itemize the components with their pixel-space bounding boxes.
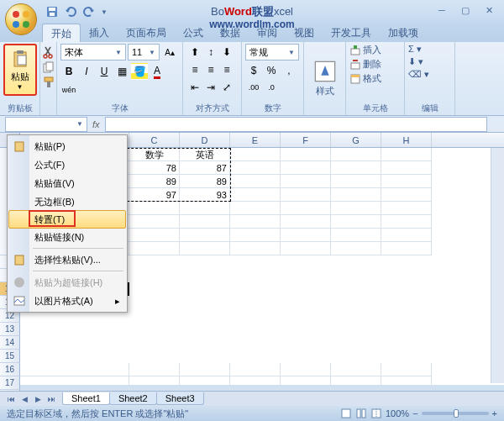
font-size-combo[interactable]: 11▼ [128, 44, 160, 61]
font-color-button[interactable]: A [149, 63, 165, 80]
format-cells-button[interactable]: 格式 [349, 72, 401, 85]
minimize-button[interactable]: ─ [433, 3, 450, 17]
align-left-icon[interactable]: ≡ [186, 61, 203, 78]
group-cells: 插入 删除 格式 单元格 [346, 42, 405, 115]
svg-rect-27 [357, 409, 360, 418]
col-header[interactable]: E [230, 133, 281, 147]
row-header[interactable]: 13 [0, 323, 20, 336]
tab-home[interactable]: 开始 [42, 24, 81, 42]
delete-cells-button[interactable]: 删除 [349, 58, 401, 71]
zoom-slider[interactable] [422, 412, 489, 415]
office-button[interactable] [5, 3, 37, 35]
sheet-tab[interactable]: Sheet1 [62, 392, 110, 405]
increase-font-icon[interactable]: A▴ [161, 44, 178, 61]
normal-view-icon[interactable] [340, 408, 352, 419]
paste-button[interactable]: 粘贴 ▼ [3, 44, 37, 96]
row-header[interactable]: 14 [0, 336, 20, 350]
percent-icon[interactable]: % [263, 62, 280, 79]
last-sheet-icon[interactable]: ⏭ [45, 393, 57, 405]
next-sheet-icon[interactable]: ▶ [32, 393, 44, 405]
name-box[interactable]: ▼ [5, 117, 87, 132]
italic-button[interactable]: I [78, 63, 95, 80]
prev-sheet-icon[interactable]: ◀ [18, 393, 30, 405]
menu-paste-special[interactable]: 选择性粘贴(V)... [9, 250, 125, 269]
sheet-tab[interactable]: Sheet2 [109, 392, 157, 405]
svg-rect-13 [46, 62, 53, 71]
align-center-icon[interactable]: ≡ [202, 61, 219, 78]
decrease-decimal-icon[interactable]: .0 [263, 79, 280, 96]
autosum-button[interactable]: Σ ▾ [408, 44, 451, 55]
align-right-icon[interactable]: ≡ [218, 61, 235, 78]
col-header[interactable]: D [180, 133, 230, 147]
align-top-icon[interactable]: ⬆ [186, 44, 203, 61]
zoom-level[interactable]: 100% [386, 408, 409, 418]
hyperlink-icon [13, 276, 26, 289]
sheet-tab[interactable]: Sheet3 [156, 392, 204, 405]
col-header[interactable]: F [281, 133, 331, 147]
number-format-combo[interactable]: 常规▼ [245, 44, 299, 61]
row-header[interactable]: 16 [0, 363, 20, 376]
svg-point-24 [14, 277, 24, 287]
zoom-in-button[interactable]: + [492, 408, 497, 418]
fx-icon[interactable]: fx [92, 119, 100, 129]
page-layout-view-icon[interactable] [355, 408, 367, 419]
redo-icon[interactable] [82, 5, 96, 18]
col-header[interactable]: H [381, 133, 432, 147]
menu-paste-link[interactable]: 粘贴链接(N) [9, 228, 125, 246]
cut-icon[interactable] [42, 45, 55, 59]
qat-dropdown-icon[interactable]: ▼ [101, 8, 108, 16]
svg-point-1 [23, 11, 29, 18]
tab-layout[interactable]: 页面布局 [118, 24, 175, 42]
maximize-button[interactable]: ▢ [457, 3, 474, 17]
align-middle-icon[interactable]: ↕ [202, 44, 219, 61]
copy-icon[interactable] [42, 61, 55, 74]
align-bottom-icon[interactable]: ⬇ [218, 44, 235, 61]
font-name-combo[interactable]: 宋体▼ [60, 44, 126, 61]
tab-developer[interactable]: 开发工具 [323, 24, 380, 42]
menu-formulas[interactable]: 公式(F) [9, 155, 125, 174]
tab-insert[interactable]: 插入 [81, 24, 118, 42]
group-editing: Σ ▾ ⬇ ▾ ⌫ ▾ 编辑 [405, 42, 455, 115]
row-header[interactable]: 15 [0, 350, 20, 363]
col-header[interactable]: C [129, 133, 180, 147]
align-group-label: 对齐方式 [183, 103, 241, 114]
cell: 英语 [180, 148, 230, 161]
menu-paste-values[interactable]: 粘贴值(V) [9, 174, 125, 192]
insert-cells-button[interactable]: 插入 [349, 44, 401, 56]
bold-button[interactable]: B [60, 63, 77, 80]
fill-button[interactable]: ⬇ ▾ [408, 56, 451, 67]
styles-icon[interactable] [313, 60, 337, 83]
formula-bar[interactable] [105, 117, 487, 132]
currency-icon[interactable]: $ [245, 62, 262, 79]
clear-button[interactable]: ⌫ ▾ [408, 69, 451, 80]
format-painter-icon[interactable] [42, 76, 55, 89]
first-sheet-icon[interactable]: ⏮ [5, 393, 17, 405]
menu-paste[interactable]: 粘贴(P) [9, 137, 125, 155]
svg-rect-28 [362, 409, 365, 418]
number-group-label: 数字 [242, 103, 303, 114]
undo-icon[interactable] [64, 5, 77, 18]
decrease-indent-icon[interactable]: ⇤ [186, 79, 203, 96]
save-icon[interactable] [45, 5, 59, 18]
vertical-scrollbar[interactable] [491, 148, 504, 383]
increase-indent-icon[interactable]: ⇥ [202, 79, 219, 96]
comma-icon[interactable]: , [281, 62, 297, 79]
tab-addins[interactable]: 加载项 [380, 24, 427, 42]
row-header[interactable]: 17 [0, 376, 20, 390]
menu-no-border[interactable]: 无边框(B) [9, 192, 125, 211]
tab-formulas[interactable]: 公式 [175, 24, 212, 42]
menu-transpose[interactable]: 转置(T) [8, 210, 126, 229]
underline-button[interactable]: U [96, 63, 113, 80]
border-button[interactable]: ▦ [113, 63, 130, 80]
menu-as-picture[interactable]: 以图片格式(A)▸ [9, 292, 125, 310]
phonetic-button[interactable]: wén [60, 82, 77, 98]
increase-decimal-icon[interactable]: .00 [245, 79, 262, 96]
col-header[interactable]: G [331, 133, 381, 147]
close-button[interactable]: ✕ [480, 3, 497, 17]
cell: 89 [129, 175, 180, 188]
svg-point-2 [13, 21, 19, 28]
page-break-view-icon[interactable] [370, 408, 382, 419]
orientation-icon[interactable]: ⤢ [218, 79, 235, 96]
zoom-out-button[interactable]: − [412, 408, 417, 418]
fill-color-button[interactable]: 🪣 [131, 63, 148, 80]
